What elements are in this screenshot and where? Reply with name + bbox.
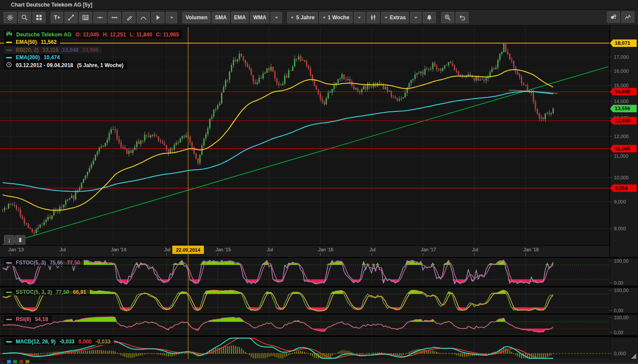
alerts-button[interactable] xyxy=(423,12,436,23)
extras-more-button[interactable] xyxy=(410,12,421,23)
zoom-in-icon xyxy=(444,14,451,21)
interval-button-label: 1 Woche xyxy=(328,14,349,21)
collapse-chart-button[interactable]: ↓ xyxy=(4,235,14,245)
interval-button[interactable]: 1 Woche xyxy=(319,12,353,23)
chart-type-button[interactable] xyxy=(367,12,380,23)
fstoc-panel xyxy=(0,258,609,285)
toolbar-group: T+ xyxy=(51,12,178,23)
time-axis-label: Jul xyxy=(267,247,273,252)
chevron-down-icon xyxy=(357,16,361,19)
price-axis-label: 17,000 xyxy=(614,54,629,60)
time-axis-label: Jan '16 xyxy=(318,247,334,252)
fibonacci-button[interactable] xyxy=(79,12,92,23)
price-axis-label: 14,000 xyxy=(614,99,629,104)
rsi-label-row[interactable]: RSI(8)54,18 xyxy=(4,316,52,323)
legend-range-meta: (5 Jahre, 1 Woche) xyxy=(77,62,124,68)
time-axis-label: Jul xyxy=(164,247,171,252)
arc-button[interactable] xyxy=(137,12,150,23)
legend-bb-row[interactable]: BB(20, 2) 13,115 12,048 10,980 xyxy=(4,46,102,54)
sstoc-label-row[interactable]: SSTOC(5, 3, 3)77,5066,91 xyxy=(4,289,90,296)
fstoc-value: 75,66 xyxy=(50,260,63,266)
fstoc-swatch-icon xyxy=(6,262,12,264)
legend-ema50-name: EMA(50) xyxy=(16,39,37,45)
period-button[interactable]: 5 Jahre xyxy=(287,12,317,23)
macd-value: 0,000 xyxy=(78,339,92,345)
arc-icon xyxy=(140,14,147,21)
level-line-tag[interactable]: 9,554 xyxy=(610,184,637,192)
level-line-tag[interactable]: 11,365 xyxy=(610,145,637,152)
sma-button-label: SMA xyxy=(215,14,227,21)
search-button[interactable] xyxy=(18,12,31,23)
time-axis-label: Jan '18 xyxy=(524,247,539,252)
extras-button[interactable]: Extras xyxy=(381,12,409,23)
macd-value: -0,033 xyxy=(60,339,75,345)
panel-color-swatch xyxy=(13,360,17,363)
trendline-button[interactable] xyxy=(64,12,78,23)
vertical-expand-icon: ⇕ xyxy=(18,237,23,243)
down-arrow-icon: ↓ xyxy=(8,237,11,243)
panel-axis-label: 0,000 xyxy=(614,351,626,356)
horizontal-line-button[interactable] xyxy=(93,12,107,23)
volume-button[interactable]: Volumen xyxy=(182,12,210,23)
settings-button[interactable] xyxy=(4,12,17,23)
price-axis-label: 15,000 xyxy=(614,83,629,88)
level-line-tag[interactable]: 12,850 xyxy=(610,117,637,125)
legend-ema200-row[interactable]: EMA(200) 10,474 xyxy=(4,54,63,61)
toolbar-group xyxy=(4,12,47,23)
macd-label-row[interactable]: MACD(12, 26, 9)-0,0330,000-0,033 xyxy=(4,338,114,345)
main-toolbar: T+VolumenSMAEMAWMA5 Jahre1 WocheExtras xyxy=(0,10,638,25)
text-tool-button[interactable]: T+ xyxy=(51,12,63,23)
period-button-label: 5 Jahre xyxy=(296,14,314,21)
legend-ema50-row[interactable]: EMA(50) 11,562 xyxy=(4,39,60,46)
bb-swatch-icon xyxy=(6,50,12,51)
level-line-tag[interactable]: 14,600 xyxy=(610,88,637,96)
grid-view-icon xyxy=(36,14,43,21)
legend-open: O: 12,045 xyxy=(75,32,99,38)
panel-axis-label: 0,00 xyxy=(614,330,623,335)
layout-button[interactable] xyxy=(32,12,46,23)
panel-color-swatch xyxy=(19,360,23,363)
more-drawings-button[interactable] xyxy=(166,12,177,23)
wma-button[interactable]: WMA xyxy=(250,12,269,23)
toolbar-group: VolumenSMAEMAWMA xyxy=(182,12,283,23)
sma-button[interactable]: SMA xyxy=(212,12,230,23)
fibonacci-icon xyxy=(82,14,89,21)
undo-button[interactable] xyxy=(456,12,469,23)
last-price-tag[interactable]: 13,556 xyxy=(610,105,637,112)
bubbles-icon xyxy=(610,14,617,21)
legend-instrument-row[interactable]: Deutsche Telekom AG O: 12,045 H: 12,251 … xyxy=(4,30,182,39)
macd-label: MACD(12, 26, 9) xyxy=(16,339,56,345)
time-axis-label: Jul xyxy=(60,247,66,252)
macd-swatch-icon xyxy=(6,341,12,343)
chart-style-button[interactable] xyxy=(621,11,634,23)
svg-text:12,850: 12,850 xyxy=(615,118,630,123)
chevron-down-icon xyxy=(170,16,174,19)
horizontal-ray-button[interactable] xyxy=(108,12,121,23)
eraser-button[interactable] xyxy=(122,12,135,23)
ema-button[interactable]: EMA xyxy=(231,12,249,23)
interval-more-button[interactable] xyxy=(354,12,365,23)
legend-low: L: 11,840 xyxy=(130,32,152,38)
horizontal-ray-icon xyxy=(111,14,118,21)
more-indicators-button[interactable] xyxy=(271,12,282,23)
legend-instrument: Deutsche Telekom AG xyxy=(16,32,71,38)
chart-canvas: Jan '13JulJan '14JulJan '15JulJan '16Jul… xyxy=(0,0,638,364)
price-axis-label: 11,000 xyxy=(614,153,628,159)
expand-panels-button[interactable]: ⇕ xyxy=(15,235,25,245)
cursor-button[interactable] xyxy=(151,12,164,23)
fstoc-label-row[interactable]: FSTOC(5, 3)75,6677,50 xyxy=(4,259,84,266)
undo-icon xyxy=(459,14,466,21)
trend-line-icon xyxy=(68,14,75,21)
ema50-swatch-icon xyxy=(6,42,12,43)
window-title: Chart Deutsche Telekom AG [5y] xyxy=(11,2,92,8)
price-axis-label: 12,000 xyxy=(614,134,629,139)
zoom-in-button[interactable] xyxy=(441,12,454,23)
ema200-swatch-icon xyxy=(6,57,12,58)
chart-window: Chart Deutsche Telekom AG [5y] T+Volumen… xyxy=(0,0,638,364)
legend-high: H: 12,251 xyxy=(103,32,126,38)
time-axis-label: Jan '15 xyxy=(216,247,231,252)
rsi-label: RSI(8) xyxy=(16,316,31,322)
compare-button[interactable] xyxy=(607,11,620,23)
legend-bb-name: BB(20, 2) xyxy=(16,47,39,53)
alert-line-tag[interactable]: 18,071 xyxy=(610,39,637,47)
